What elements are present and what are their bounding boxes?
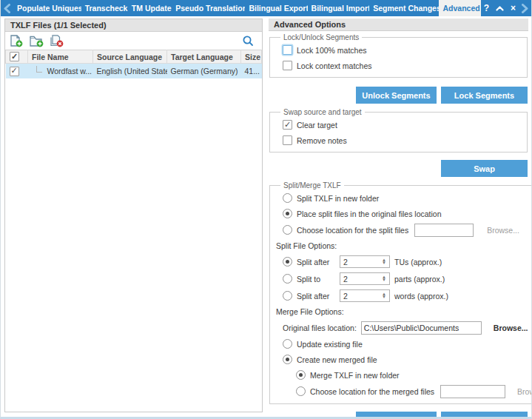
- original-location-browse-button[interactable]: Browse...: [494, 324, 528, 332]
- split-new-folder-row: Split TXLF in new folder: [283, 190, 532, 206]
- chevron-right-icon[interactable]: [519, 0, 531, 16]
- clear-target-checkbox[interactable]: [283, 120, 292, 130]
- help-icon[interactable]: ?: [484, 3, 489, 13]
- search-icon[interactable]: [242, 35, 256, 47]
- lock-unlock-legend: Lock/Unlock Segments: [280, 33, 362, 41]
- tab-pseudo-translation[interactable]: Pseudo Translation: [172, 0, 245, 16]
- select-all-cell: [6, 50, 28, 64]
- remove-notes-label: Remove notes: [297, 136, 347, 145]
- merge-location-browse-button[interactable]: Browse...: [517, 387, 532, 396]
- tab-transcheck[interactable]: Transcheck: [81, 0, 128, 16]
- swap-source-target-group: Swap source and target Clear target Remo…: [269, 108, 528, 152]
- split-merge-group: Split/Merge TXLF Split TXLF in new folde…: [269, 181, 532, 404]
- files-toolbar: [5, 32, 262, 50]
- split-choose-location-radio[interactable]: [283, 225, 292, 235]
- tree-branch-icon: [36, 66, 42, 73]
- tab-advanced[interactable]: Advanced: [439, 0, 480, 16]
- txlf-files-panel: TXLF Files (1/1 Selected): [4, 19, 263, 412]
- clear-target-label: Clear target: [297, 121, 337, 130]
- tab-bar: Populate Uniques Transcheck TM Update Ps…: [1, 0, 531, 16]
- files-table: File Name Source Language Target Languag…: [5, 50, 262, 78]
- tus-spinner[interactable]: 2 ▲▼: [340, 255, 390, 268]
- files-table-header: File Name Source Language Target Languag…: [6, 50, 262, 64]
- split-after-words-radio[interactable]: [283, 291, 292, 301]
- update-existing-file-radio[interactable]: [283, 339, 292, 349]
- swap-button[interactable]: Swap: [441, 160, 528, 177]
- chevron-left-icon[interactable]: [1, 0, 13, 16]
- lock-unlock-segments-group: Lock/Unlock Segments Lock 100% matches L…: [269, 33, 528, 78]
- split-to-parts-row: Split to 2 ▲▼ parts (approx.): [283, 270, 532, 287]
- split-after-tus-row: Split after 2 ▲▼ TUs (approx.): [283, 253, 532, 270]
- column-file-name[interactable]: File Name: [28, 50, 93, 64]
- column-target-language[interactable]: Target Language: [167, 50, 241, 64]
- clear-target-row: Clear target: [283, 117, 521, 133]
- parts-spinner[interactable]: 2 ▲▼: [340, 272, 390, 285]
- merge-location-input[interactable]: [440, 385, 505, 398]
- row-target-language: German (Germany): [167, 64, 241, 78]
- lock-100-checkbox[interactable]: [283, 45, 292, 55]
- lock-context-checkbox[interactable]: [283, 61, 292, 70]
- lock-100-label: Lock 100% matches: [297, 46, 367, 55]
- advanced-options-title: Advanced Options: [269, 19, 528, 31]
- row-source-language: English (United States): [93, 64, 167, 78]
- split-new-folder-radio[interactable]: [283, 193, 292, 203]
- column-source-language[interactable]: Source Language: [93, 50, 167, 64]
- row-checkbox[interactable]: [10, 67, 19, 76]
- merge-choose-location-row: Choose location for the merged files Bro…: [296, 383, 532, 400]
- update-existing-file-row: Update existing file: [283, 336, 532, 352]
- spinner-arrows-icon[interactable]: ▲▼: [379, 276, 389, 281]
- remove-file-icon[interactable]: [50, 35, 64, 47]
- spinner-arrows-icon[interactable]: ▲▼: [379, 293, 389, 298]
- split-after-words-row: Split after 2 ▲▼ words (approx.): [283, 287, 532, 304]
- original-files-location-input[interactable]: [361, 321, 482, 335]
- merge-choose-location-radio[interactable]: [296, 386, 306, 396]
- column-size[interactable]: Size: [241, 50, 262, 64]
- row-file-name: Wordfast w...: [47, 67, 92, 76]
- tab-segment-changes[interactable]: Segment Changes: [369, 0, 439, 16]
- wordfast-advanced-window: { "colors": { "accent": "#2c80c3", "butt…: [0, 0, 532, 419]
- split-txlf-button[interactable]: Split TXLF: [356, 412, 437, 419]
- swap-legend: Swap source and target: [280, 108, 365, 116]
- split-merge-legend: Split/Merge TXLF: [280, 181, 344, 190]
- lock-context-row: Lock context matches: [283, 58, 521, 73]
- split-file-options-label: Split File Options:: [276, 238, 532, 253]
- original-files-location-row: Original files location: Browse...: [283, 319, 532, 336]
- row-size: 41...: [241, 64, 262, 78]
- lock-context-label: Lock context matches: [297, 61, 372, 70]
- create-new-merged-file-row: Create new merged file: [283, 352, 532, 367]
- tab-bilingual-export[interactable]: Bilingual Export: [245, 0, 307, 16]
- remove-notes-checkbox[interactable]: [283, 135, 292, 145]
- tab-bilingual-import[interactable]: Bilingual Import: [308, 0, 370, 16]
- merge-file-options-label: Merge File Options:: [276, 304, 532, 319]
- remove-notes-row: Remove notes: [283, 133, 521, 148]
- words-spinner[interactable]: 2 ▲▼: [340, 289, 390, 302]
- merge-txlf-button[interactable]: Merge TXLF: [441, 412, 528, 419]
- split-original-location-row: Place split files in the original files …: [283, 206, 532, 221]
- split-location-input[interactable]: [414, 224, 474, 237]
- merge-new-folder-radio[interactable]: [296, 370, 306, 380]
- chevron-up-icon[interactable]: [496, 6, 504, 11]
- split-choose-location-row: Choose location for the split files Brow…: [283, 221, 532, 238]
- lock-segments-button[interactable]: Lock Segments: [441, 87, 528, 104]
- split-to-parts-radio[interactable]: [283, 274, 292, 284]
- table-row[interactable]: Wordfast w... English (United States) Ge…: [6, 64, 262, 78]
- lock-100-row: Lock 100% matches: [283, 42, 521, 58]
- tab-utility-buttons: ? ×: [481, 0, 519, 16]
- add-folder-icon[interactable]: [30, 35, 44, 47]
- close-icon[interactable]: ×: [511, 3, 516, 13]
- original-files-location-label: Original files location:: [283, 324, 357, 332]
- txlf-files-panel-title: TXLF Files (1/1 Selected): [5, 19, 262, 32]
- spinner-arrows-icon[interactable]: ▲▼: [379, 259, 389, 264]
- split-location-browse-button[interactable]: Browse...: [487, 226, 519, 235]
- create-new-merged-file-radio[interactable]: [283, 355, 292, 364]
- tab-populate-uniques[interactable]: Populate Uniques: [13, 0, 81, 16]
- select-all-checkbox[interactable]: [10, 52, 19, 61]
- add-file-icon[interactable]: [10, 35, 24, 47]
- merge-new-folder-row: Merge TXLF in new folder: [296, 367, 532, 383]
- unlock-segments-button[interactable]: Unlock Segments: [356, 87, 437, 104]
- tab-tm-update[interactable]: TM Update: [128, 0, 172, 16]
- split-original-location-radio[interactable]: [283, 209, 292, 218]
- split-after-tus-radio[interactable]: [283, 257, 292, 267]
- advanced-options-panel: Advanced Options Lock/Unlock Segments Lo…: [269, 19, 528, 412]
